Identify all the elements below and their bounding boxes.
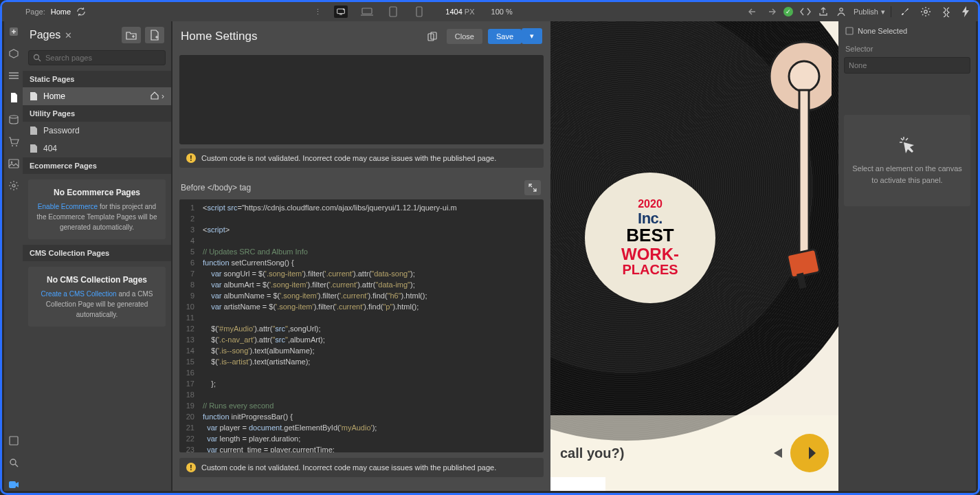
prev-track-icon[interactable] [770, 446, 783, 460]
close-button[interactable]: Close [447, 29, 482, 44]
pages-search-input[interactable] [45, 54, 161, 62]
add-element-icon[interactable] [8, 25, 20, 38]
export-icon[interactable] [818, 6, 829, 17]
interactions-icon[interactable] [941, 6, 952, 17]
page-item-404[interactable]: 404 [23, 140, 171, 157]
design-canvas[interactable]: 2020 Inc. BEST WORK- PLACES call you?) [550, 21, 838, 491]
svg-rect-3 [390, 7, 397, 16]
pages-search[interactable] [28, 50, 166, 65]
svg-point-15 [10, 459, 16, 465]
ecommerce-icon[interactable] [8, 135, 20, 148]
svg-point-12 [10, 162, 12, 164]
page-label: Page: [25, 8, 45, 16]
page-settings-panel: Home Settings Close Save ▾ ! Custom code… [172, 21, 550, 491]
brush-icon[interactable] [900, 6, 911, 17]
device-mobile-icon[interactable] [412, 6, 426, 18]
song-title: call you?) [560, 446, 624, 461]
publish-button[interactable]: Publish ▾ [854, 8, 885, 16]
top-bar: Page: Home ⋮ 1404 PX 100 % ✓ Publish ▾ [2, 2, 978, 21]
current-page-name[interactable]: Home [51, 8, 71, 16]
checkbox-empty-icon[interactable] [845, 27, 854, 35]
warning-icon: ! [186, 153, 196, 163]
progress-bar[interactable] [550, 477, 605, 491]
new-folder-button[interactable] [122, 27, 141, 43]
cms-icon[interactable] [8, 113, 20, 126]
page-item-label: Home [43, 91, 65, 101]
cms-helper-title: No CMS Collection Pages [35, 274, 159, 286]
selector-label: Selector [838, 41, 976, 57]
page-item-home[interactable]: Home › [23, 87, 171, 105]
cms-helper: No CMS Collection Pages Create a CMS Col… [28, 267, 166, 327]
style-panel: None Selected Selector None Select an el… [838, 21, 976, 491]
human-icon[interactable] [836, 6, 847, 17]
viewport-width[interactable]: 1404 PX [438, 8, 474, 16]
enable-ecommerce-link[interactable]: Enable Ecommerce [38, 203, 98, 210]
duplicate-icon[interactable] [427, 32, 437, 41]
gear-icon[interactable] [920, 6, 931, 17]
section-cms-pages: CMS Collection Pages [23, 245, 171, 261]
svg-rect-14 [10, 437, 18, 445]
none-selected-label: None Selected [858, 27, 907, 35]
chevron-right-icon[interactable]: › [162, 91, 164, 101]
svg-rect-16 [9, 481, 16, 488]
audit-icon[interactable] [8, 434, 20, 447]
pages-icon[interactable] [8, 91, 20, 104]
assets-icon[interactable] [8, 157, 20, 170]
play-button[interactable] [790, 434, 829, 472]
page-doc-icon [30, 91, 38, 101]
svg-rect-11 [9, 160, 19, 168]
head-code-editor[interactable] [179, 55, 544, 144]
search-icon [33, 54, 41, 62]
navigator-icon[interactable] [8, 69, 20, 82]
chevron-down-icon: ▾ [881, 8, 885, 16]
pages-panel: Pages ✕ Static Pages Home › Utility Page… [23, 21, 171, 491]
create-cms-link[interactable]: Create a CMS Collection [41, 290, 117, 298]
close-panel-icon[interactable]: ✕ [65, 30, 72, 41]
ecommerce-helper-title: No Ecommerce Pages [35, 186, 159, 199]
save-dropdown-button[interactable]: ▾ [522, 28, 542, 44]
device-laptop-icon[interactable] [360, 6, 374, 18]
svg-rect-25 [846, 28, 853, 34]
pointer-click-icon [898, 135, 916, 156]
svg-point-6 [924, 10, 927, 13]
redo-icon[interactable] [766, 6, 777, 17]
empty-state-text: Select an element on the canvas to activ… [851, 163, 964, 186]
page-item-label: 404 [43, 144, 57, 153]
zoom-level[interactable]: 100 % [487, 8, 513, 16]
record-label-graphic: 2020 Inc. BEST WORK- PLACES [585, 173, 715, 303]
status-ok-icon[interactable]: ✓ [783, 7, 793, 16]
save-button[interactable]: Save [488, 29, 522, 44]
svg-point-8 [10, 116, 18, 118]
new-page-button[interactable] [145, 27, 164, 43]
svg-point-13 [12, 184, 15, 187]
settings-rail-icon[interactable] [8, 179, 20, 192]
page-item-password[interactable]: Password [23, 122, 171, 140]
device-tablet-icon[interactable] [386, 6, 400, 18]
left-rail [4, 21, 23, 491]
warning-icon: ! [186, 463, 196, 472]
search-rail-icon[interactable] [8, 456, 20, 469]
body-code-editor[interactable]: 1234567891011121314151617181920212223 <s… [179, 199, 544, 452]
section-static-pages: Static Pages [23, 71, 171, 87]
code-warning: ! Custom code is not validated. Incorrec… [179, 458, 544, 477]
warning-text: Custom code is not validated. Incorrect … [201, 154, 496, 162]
lightning-icon[interactable] [961, 6, 970, 17]
undo-icon[interactable] [748, 6, 759, 17]
symbols-icon[interactable] [8, 47, 20, 60]
style-panel-empty-state: Select an element on the canvas to activ… [844, 115, 970, 206]
page-doc-icon [30, 126, 38, 135]
svg-point-1 [343, 9, 344, 10]
device-switcher: 1404 PX 100 % [327, 6, 519, 18]
more-menu-icon[interactable]: ⋮ [314, 8, 327, 16]
svg-rect-2 [362, 8, 372, 14]
device-desktop-icon[interactable] [334, 6, 348, 18]
svg-rect-4 [416, 7, 422, 16]
section-utility-pages: Utility Pages [23, 105, 171, 122]
video-icon[interactable] [8, 478, 20, 491]
section-ecommerce-pages: Ecommerce Pages [23, 157, 171, 174]
refresh-icon[interactable] [76, 7, 86, 16]
expand-editor-button[interactable] [524, 180, 541, 195]
svg-point-9 [12, 145, 13, 146]
code-icon[interactable] [800, 6, 811, 17]
selector-input[interactable]: None [844, 57, 970, 74]
